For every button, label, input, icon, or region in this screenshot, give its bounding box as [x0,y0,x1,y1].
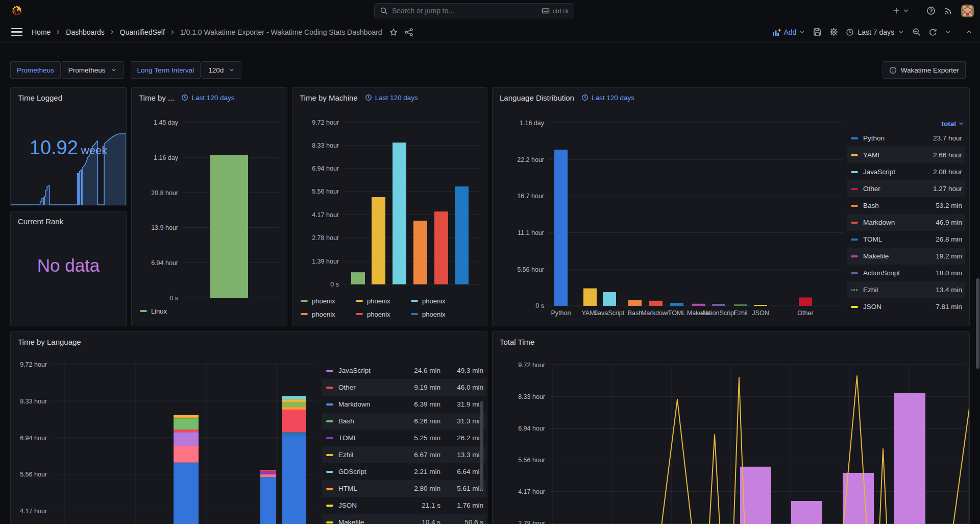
legend-row-Makefile[interactable]: Makefile10.4 s50.6 s [322,514,486,524]
bar-Other[interactable] [799,298,812,306]
bar-Python[interactable] [554,150,568,306]
variable-value-datasource[interactable]: Prometheus [62,61,124,79]
legend-row-TOML[interactable]: TOML5.25 min26.2 min [322,430,486,446]
grafana-logo[interactable] [11,5,22,16]
legend-row-Other[interactable]: Other1.27 hour [847,180,965,197]
legend-item-phoenix[interactable]: phoenix [301,307,356,321]
bar-phoenix[interactable] [434,211,448,284]
legend-item-Linux[interactable]: Linux [140,304,195,318]
stacked-bar-segment[interactable] [260,477,276,524]
variable-value-interval[interactable]: 120d [202,61,241,79]
bar-phoenix[interactable] [455,186,469,284]
bar[interactable] [894,393,925,524]
bar-phoenix[interactable] [393,142,406,284]
bar-Bash[interactable] [628,300,642,305]
legend-row-JavaScript[interactable]: JavaScript24.6 min49.3 min [322,362,486,379]
news-button[interactable] [944,6,953,15]
stacked-bar-segment[interactable] [282,407,306,410]
bar-Ezhil[interactable] [734,304,747,306]
bar-JSON[interactable] [754,305,767,306]
legend-sort-header[interactable]: total [847,117,965,130]
legend-item-phoenix[interactable]: phoenix [301,294,356,307]
page-scrollbar[interactable] [976,278,979,369]
legend-row-Bash[interactable]: Bash6.26 min31.3 min [322,413,486,430]
help-button[interactable] [926,6,936,15]
star-button[interactable] [389,28,398,36]
legend-row-Bash[interactable]: Bash53.2 min [847,197,965,214]
bar-phoenix[interactable] [372,197,385,284]
time-range-picker[interactable]: Last 7 days [846,28,904,36]
stacked-bar-segment[interactable] [174,415,199,417]
legend-row-TOML[interactable]: TOML26.8 min [847,231,965,248]
bar-TOML[interactable] [670,303,683,306]
legend-row-JSON[interactable]: JSON7.81 min [847,298,965,315]
stacked-bar-segment[interactable] [174,446,199,463]
panel-header[interactable]: Time by ... Last 120 days [132,88,287,107]
legend-row-ActionScript[interactable]: ActionScript18.0 min [847,265,965,281]
bar-phoenix[interactable] [351,272,365,284]
panel-time-override[interactable]: Last 120 days [581,94,634,102]
menu-toggle-button[interactable] [11,28,22,36]
new-button[interactable] [892,7,910,15]
panel-header[interactable]: Time Logged [11,88,126,107]
breadcrumb-home[interactable]: Home [32,28,51,36]
stacked-bar-segment[interactable] [174,432,199,446]
panel-time-override[interactable]: Last 120 days [181,94,234,102]
panel-header[interactable]: Time by Language [11,332,487,351]
legend-scrollbar[interactable] [480,401,483,490]
panel-header[interactable]: Current Rank [11,211,126,231]
stacked-bar-segment[interactable] [282,410,306,433]
refresh-interval-dropdown[interactable] [945,29,951,35]
legend-row-JavaScript[interactable]: JavaScript2.08 hour [847,163,965,180]
bar-Markdown[interactable] [649,301,663,306]
bar-ActionScript[interactable] [712,304,725,306]
legend-row-Markdown[interactable]: Markdown6.39 min31.9 min [322,396,486,413]
bar-Linux[interactable] [210,155,248,298]
panel-time-override[interactable]: Last 120 days [365,94,418,102]
search-box[interactable]: ctrl+k [374,3,574,18]
dashboard-settings-button[interactable] [829,28,838,36]
dashboard-link-wakatime[interactable]: Wakatime Exporter [883,61,966,79]
stacked-bar-segment[interactable] [260,470,276,471]
bar-YAML[interactable] [583,289,597,306]
legend-item-phoenix[interactable]: phoenix [411,294,466,307]
legend-row-YAML[interactable]: YAML2.66 hour [847,147,965,163]
legend-item-phoenix[interactable]: phoenix [356,294,411,307]
search-input[interactable] [392,7,537,15]
bar-phoenix[interactable] [413,221,427,284]
stacked-bar-segment[interactable] [174,463,199,524]
add-panel-button[interactable]: Add [772,28,805,36]
panel-header[interactable]: Total Time [493,332,969,351]
breadcrumb-folder[interactable]: QuantifiedSelf [120,28,165,36]
share-button[interactable] [405,28,413,36]
stacked-bar-segment[interactable] [174,417,199,418]
legend-row-HTML[interactable]: HTML2.80 min5.61 min [322,480,486,497]
legend-row-Python[interactable]: Python23.7 hour [847,130,965,147]
legend-row-GDScript[interactable]: GDScript2.21 min6.64 min [322,463,486,480]
legend-item-phoenix[interactable]: phoenix [411,307,466,321]
panel-header[interactable]: Language Distribution Last 120 days [493,88,969,107]
stacked-bar-segment[interactable] [282,403,306,407]
panel-header[interactable]: Time by Machine Last 120 days [292,88,487,107]
bar-Makefile[interactable] [692,304,705,306]
save-dashboard-button[interactable] [813,28,822,36]
legend-row-Ezhil[interactable]: Ezhil13.4 min [847,281,965,298]
legend-row-Markdown[interactable]: Markdown46.9 min [847,214,965,231]
zoom-out-time-button[interactable] [912,28,921,36]
bar[interactable] [740,467,771,524]
breadcrumb-dashboards[interactable]: Dashboards [66,28,105,36]
legend-row-Makefile[interactable]: Makefile19.2 min [847,248,965,265]
legend-row-Ezhil[interactable]: Ezhil6.67 min13.3 min [322,446,486,463]
avatar[interactable] [961,5,974,17]
legend-row-Other[interactable]: Other9.19 min46.0 min [322,379,486,396]
bar[interactable] [791,501,822,524]
stacked-bar-segment[interactable] [260,474,276,477]
bar-JavaScript[interactable] [603,292,616,306]
stacked-bar-segment[interactable] [282,433,306,436]
stacked-bar-segment[interactable] [174,418,199,430]
stacked-bar-segment[interactable] [282,396,306,399]
stacked-bar-segment[interactable] [282,436,306,524]
stacked-bar-segment[interactable] [174,430,199,432]
refresh-button[interactable] [928,28,937,36]
legend-row-JSON[interactable]: JSON21.1 s1.76 min [322,497,486,514]
